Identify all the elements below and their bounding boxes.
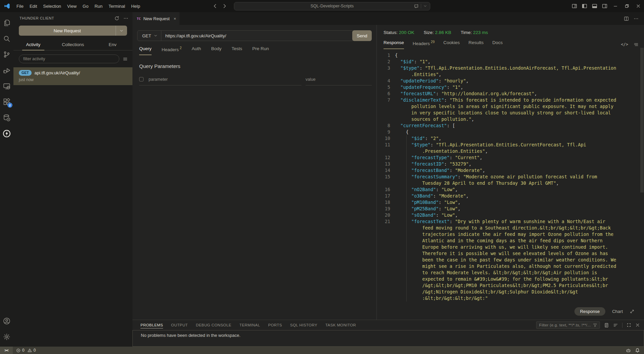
send-button[interactable]: Send <box>352 30 372 41</box>
panel-tabs: PROBLEMSOUTPUTDEBUG CONSOLETERMINALPORTS… <box>140 320 356 330</box>
panel-tab[interactable]: SQL HISTORY <box>290 320 317 330</box>
more-actions-icon[interactable] <box>123 16 128 21</box>
filter-menu-icon[interactable] <box>123 57 128 62</box>
extensions-icon[interactable]: 2 <box>0 94 13 110</box>
notifications-bell-icon[interactable] <box>635 348 640 353</box>
warning-icon <box>28 348 32 353</box>
menu-item[interactable]: Go <box>80 2 91 10</box>
customize-layout-icon[interactable] <box>569 3 579 9</box>
menu-item[interactable]: View <box>64 2 80 10</box>
response-tab[interactable]: Response <box>384 40 404 49</box>
explorer-icon[interactable] <box>0 15 13 31</box>
response-pane: Status: 200 OK Size: 2.86 KB Time: 223 m… <box>377 25 644 320</box>
collapse-all-icon[interactable] <box>613 323 618 328</box>
forward-icon[interactable] <box>221 3 228 9</box>
menu-item[interactable]: File <box>13 2 27 10</box>
sidebar-tab[interactable]: Activity <box>13 40 53 50</box>
problems-summary[interactable]: 0 0 <box>16 348 37 353</box>
size-label: Size: <box>424 30 434 35</box>
toggle-panel-icon[interactable] <box>590 3 600 9</box>
chart-view-toggle[interactable]: Chart <box>612 309 623 314</box>
request-tab[interactable]: Tests <box>232 46 242 55</box>
back-icon[interactable] <box>212 3 218 9</box>
toggle-sidebar-icon[interactable] <box>579 3 590 9</box>
query-parameters-title: Query Parameters <box>139 63 376 69</box>
request-tab[interactable]: Headers2 <box>162 46 182 55</box>
minimize-button[interactable] <box>610 0 621 12</box>
search-icon[interactable] <box>0 31 13 46</box>
accounts-icon[interactable] <box>0 313 13 329</box>
response-view-toggle[interactable]: Response <box>574 307 606 316</box>
value-column-header: value <box>306 77 372 85</box>
panel-tab[interactable]: OUTPUT <box>171 320 188 330</box>
menu-bar: FileEditSelectionViewGoRunTerminalHelp <box>13 2 143 10</box>
status-value: 200 OK <box>399 30 414 35</box>
activity-list-item[interactable]: GET api.tfl.gov.uk/AirQuality/ just now <box>13 67 132 85</box>
toggle-secondary-sidebar-icon[interactable] <box>600 3 610 9</box>
size-value: 2.86 KB <box>435 30 451 35</box>
maximize-panel-icon[interactable] <box>627 323 631 327</box>
chevron-down-icon[interactable] <box>423 4 427 8</box>
request-tab[interactable]: Query <box>139 46 152 55</box>
time-value: 223 ms <box>473 30 488 35</box>
panel-tab[interactable]: DEBUG CONSOLE <box>196 320 232 330</box>
sidebar-tab[interactable]: Env <box>93 40 132 50</box>
new-request-dropdown[interactable] <box>116 26 127 36</box>
response-scrollbar[interactable] <box>640 48 644 192</box>
view-as-table-icon[interactable] <box>604 323 609 328</box>
request-tab[interactable]: Auth <box>192 46 201 55</box>
expand-response-icon[interactable] <box>630 309 635 314</box>
split-editor-icon[interactable] <box>624 16 629 21</box>
restore-button[interactable] <box>621 0 633 12</box>
response-tab[interactable]: Docs <box>492 40 503 49</box>
request-tab[interactable]: Body <box>211 46 222 55</box>
settings-gear-icon[interactable] <box>0 329 13 345</box>
response-status-line: Status: 200 OK Size: 2.86 KB Time: 223 m… <box>384 30 644 35</box>
response-tab[interactable]: Cookies <box>443 40 460 49</box>
new-request-button[interactable]: New Request <box>19 26 127 36</box>
menu-item[interactable]: Terminal <box>106 2 128 10</box>
select-all-checkbox[interactable] <box>139 77 144 81</box>
remote-indicator[interactable]: >< <box>0 347 13 354</box>
panel-tab[interactable]: TERMINAL <box>239 320 260 330</box>
thunder-tab-logo: TC <box>137 17 140 21</box>
problems-filter-input[interactable]: Filter (e.g. text, **/*.ts, !**/... <box>536 321 600 329</box>
database-icon[interactable] <box>0 110 13 126</box>
titlebar: FileEditSelectionViewGoRunTerminalHelp S… <box>0 0 644 12</box>
editor-tab-new-request[interactable]: TC New Request × <box>132 12 179 25</box>
copilot-status-icon[interactable] <box>626 348 631 353</box>
copilot-chat-icon[interactable] <box>414 4 419 9</box>
run-debug-icon[interactable] <box>0 62 13 78</box>
thunder-client-icon[interactable] <box>0 126 13 141</box>
remote-explorer-icon[interactable] <box>0 78 13 94</box>
menu-item[interactable]: Edit <box>27 2 40 10</box>
response-menu-icon[interactable] <box>634 42 639 47</box>
time-label: Time: <box>460 30 472 35</box>
response-tab[interactable]: Results <box>469 40 484 49</box>
menu-item[interactable]: Help <box>128 2 143 10</box>
request-tab[interactable]: Pre Run <box>252 46 269 55</box>
command-center-search[interactable]: SQL-Developer-Scripts <box>234 2 430 10</box>
panel-tab[interactable]: PORTS <box>268 320 282 330</box>
close-button[interactable] <box>633 0 644 12</box>
response-tab[interactable]: Headers29 <box>413 40 435 49</box>
method-select[interactable]: GET <box>137 31 161 41</box>
menu-item[interactable]: Run <box>91 2 106 10</box>
request-pane: GET Send QueryHeaders2AuthBodyTestsPre R… <box>132 25 377 320</box>
panel-tab[interactable]: TASK MONITOR <box>325 320 356 330</box>
request-url-input[interactable] <box>161 31 354 41</box>
sidebar-title: THUNDER CLIENT <box>19 16 110 20</box>
raw-code-view-icon[interactable]: </> <box>621 42 628 47</box>
close-panel-icon[interactable] <box>635 323 640 327</box>
extensions-badge: 2 <box>7 103 12 108</box>
panel-tab[interactable]: PROBLEMS <box>140 320 163 330</box>
filter-activity-input[interactable] <box>19 55 119 63</box>
sidebar-tab[interactable]: Collections <box>53 40 93 50</box>
editor-more-actions-icon[interactable] <box>634 16 639 21</box>
response-tabs: ResponseHeaders29CookiesResultsDocs <box>384 40 503 49</box>
tab-close-icon[interactable]: × <box>173 16 176 21</box>
source-control-icon[interactable] <box>0 46 13 62</box>
menu-item[interactable]: Selection <box>40 2 64 10</box>
no-problems-message: No problems have been detected in the wo… <box>133 330 644 338</box>
refresh-icon[interactable] <box>114 16 119 21</box>
